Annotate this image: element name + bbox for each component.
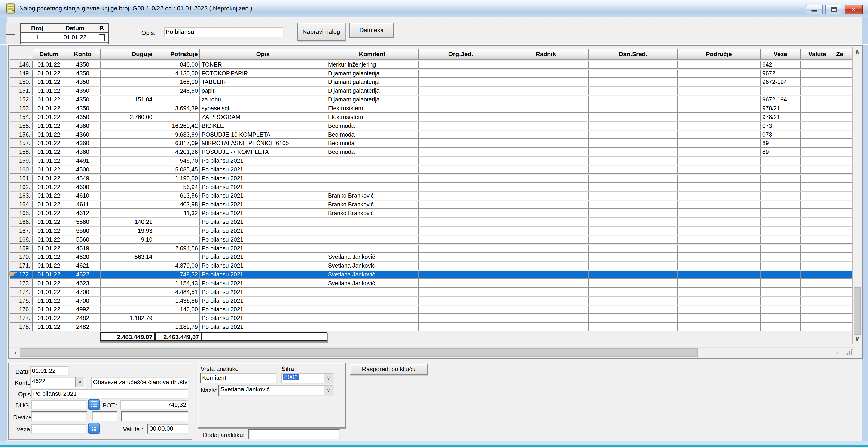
table-row[interactable]: 171.01.01.2246214.379,00Po bilansu 2021S… (10, 262, 853, 269)
veza-input[interactable] (31, 424, 87, 434)
close-button[interactable]: ✕ (845, 5, 863, 14)
cell-konto: 4350 (65, 113, 101, 121)
cell-radnik (503, 288, 589, 296)
order-broj-value: 1 (21, 33, 54, 42)
lookup-grid-button[interactable] (88, 423, 100, 434)
table-row[interactable]: 151.01.01.224350248,50papirDijamant gala… (10, 87, 853, 94)
scroll-up-icon[interactable]: ∧ (852, 48, 862, 56)
vertical-scrollbar[interactable]: ∧ ∨ (852, 48, 862, 344)
cell-duguje: 9,10 (101, 236, 155, 243)
table-row[interactable]: 161.01.01.2245491.190,00Po bilansu 2021 (10, 175, 853, 182)
cell-orgjed (418, 253, 503, 261)
table-row[interactable]: 168.01.01.2255609,10Po bilansu 2021 (10, 236, 853, 243)
cell-komitent: Dijamant galanterija (326, 78, 418, 86)
table-row[interactable]: 159.01.01.224491545,70Po bilansu 2021 (10, 157, 853, 165)
opis-input[interactable] (31, 389, 189, 399)
table-row[interactable]: 160.01.01.2245005.085,45Po bilansu 2021 (10, 166, 853, 173)
rasporedi-button[interactable]: Rasporedi po ključu (350, 364, 428, 375)
table-row[interactable]: 173.01.01.2246231.154,43Po bilansu 2021S… (10, 279, 853, 287)
table-row[interactable]: 156.01.01.2243609.633,89POSUDJE-10 KOMPL… (10, 131, 853, 139)
valuta-input[interactable] (148, 424, 189, 434)
cell-osnsred (589, 218, 678, 226)
cell-podrucje (678, 96, 761, 103)
dodaj-analitiku-input[interactable] (248, 429, 340, 439)
cell-konto: 4360 (65, 131, 101, 139)
devize-input-3[interactable] (121, 411, 188, 421)
table-row[interactable]: 176.01.01.224992146,00Po bilansu 2021 (10, 305, 853, 313)
cell-num: 152. (10, 96, 33, 103)
cell-konto: 4350 (65, 69, 101, 77)
minimize-button[interactable] (806, 5, 823, 14)
datoteka-button[interactable]: Datoteka (349, 23, 394, 38)
table-row[interactable]: 167.01.01.22556019,93Po bilansu 2021 (10, 227, 853, 235)
vertical-scroll-thumb[interactable] (854, 287, 861, 335)
cell-datum: 01.01.22 (33, 218, 65, 226)
scroll-down-icon[interactable]: ∨ (852, 335, 862, 344)
cell-podrucje (678, 166, 761, 173)
table-row[interactable]: 177.01.01.2224821.182,79Po bilansu 2021 (10, 314, 853, 322)
table-row[interactable]: 165.01.01.22461211,32Po bilansu 2021Bran… (10, 209, 853, 217)
table-row[interactable]: 166.01.01.225560140,21Po bilansu 2021 (10, 218, 853, 226)
opis-label: Opis: (18, 391, 32, 398)
cell-radnik (503, 87, 589, 94)
sifra-combo[interactable]: 8002 ∨ (281, 372, 334, 384)
cell-datum: 01.01.22 (33, 78, 65, 86)
table-row[interactable]: 174.01.01.2247004.484,51Po bilansu 2021 (10, 288, 853, 296)
maximize-button[interactable] (825, 5, 842, 14)
scroll-left-icon[interactable]: ‹ (11, 348, 20, 357)
table-row[interactable]: 157.01.01.2243606.817,09MIKROTALASNE PEĆ… (10, 139, 853, 147)
table-row[interactable]: 152.01.01.224350151,04za robuDijamant ga… (10, 96, 853, 103)
cell-potrazuje: 248,50 (154, 87, 200, 94)
cell-opis: MIKROTALASNE PEĆNICE 6105 (200, 139, 326, 147)
table-row[interactable]: 154.01.01.2243502.760,00ZA PROGRAMElektr… (10, 113, 853, 121)
table-row[interactable]: 169.01.01.2246192.694,56Po bilansu 2021 (10, 244, 853, 252)
order-row[interactable]: 1 01.01.22 (21, 33, 108, 42)
table-row[interactable]: 170.01.01.224620563,14Po bilansu 2021Sve… (10, 253, 853, 261)
table-row[interactable]: 149.01.01.2243504.130,00FOTOKOP.PAPIRDij… (10, 69, 853, 77)
cell-opis: Po bilansu 2021 (200, 209, 326, 217)
table-row[interactable]: 163.01.01.224610613,56Po bilansu 2021Bra… (10, 192, 853, 200)
table-row[interactable]: 148.01.01.224350840,00TONERMerkur inženj… (10, 61, 853, 68)
scroll-right-icon[interactable]: › (832, 348, 842, 357)
devize-input-2[interactable] (92, 411, 117, 421)
cell-valuta (801, 236, 834, 243)
naziv-combo[interactable]: Svetlana Janković ∨ (218, 385, 334, 396)
datum-input[interactable] (30, 366, 69, 376)
p-checkbox[interactable] (99, 34, 105, 41)
konto-combo[interactable]: 4622 ∨ (30, 377, 85, 388)
cell-veza (761, 244, 801, 252)
opis-top-label: Opis: (142, 29, 156, 36)
cell-datum: 01.01.22 (33, 175, 65, 182)
table-row[interactable]: 162.01.01.22460056,94Po bilansu 2021 (10, 183, 853, 191)
sifra-dropdown-icon[interactable]: ∨ (324, 374, 333, 383)
dug-input[interactable] (31, 400, 87, 410)
devize-input-1[interactable] (31, 411, 87, 421)
vrsta-analitike-input[interactable] (200, 372, 277, 383)
cell-osnsred (589, 201, 678, 208)
cell-valuta (801, 69, 834, 77)
cell-komitent: Dijamant galanterija (326, 96, 418, 103)
cell-osnsred (589, 148, 678, 156)
konto-dropdown-icon[interactable]: ∨ (75, 378, 84, 387)
order-p-cell[interactable] (96, 33, 107, 42)
cell-orgjed (418, 218, 503, 226)
cell-orgjed (418, 297, 503, 305)
table-row[interactable]: 153.01.01.2243503.694,39sybase sqlElektr… (10, 105, 853, 112)
horizontal-scrollbar[interactable]: ‹ › (10, 347, 855, 357)
order-opis-input[interactable] (164, 27, 284, 37)
table-row-selected[interactable]: 172.01.01.224622749,32Po bilansu 2021Sve… (10, 271, 853, 278)
cell-potrazuje: 168,00 (154, 78, 200, 86)
calculator-button[interactable] (88, 399, 100, 410)
table-row[interactable]: 158.01.01.2243604.201,26POSUDJE -7 KOMPL… (10, 148, 853, 156)
grid-dots-icon (89, 423, 99, 433)
pot-label: POT.: (102, 402, 118, 409)
napravi-nalog-button[interactable]: Napravi nalog (297, 23, 345, 41)
table-row[interactable]: 178.01.01.2224821.182,79Po bilansu 2021 (10, 323, 853, 331)
horizontal-scroll-thumb[interactable] (20, 348, 698, 357)
table-row[interactable]: 155.01.01.22436016.260,42BICIKLEBeo moda… (10, 122, 853, 130)
naziv-dropdown-icon[interactable]: ∨ (324, 386, 333, 395)
table-row[interactable]: 175.01.01.2247001.436,86Po bilansu 2021 (10, 297, 853, 305)
table-row[interactable]: 150.01.01.224350168,00TABULIRDijamant ga… (10, 78, 853, 86)
pot-input[interactable] (120, 400, 189, 410)
table-row[interactable]: 164.01.01.224611403,98Po bilansu 2021Bra… (10, 201, 853, 208)
